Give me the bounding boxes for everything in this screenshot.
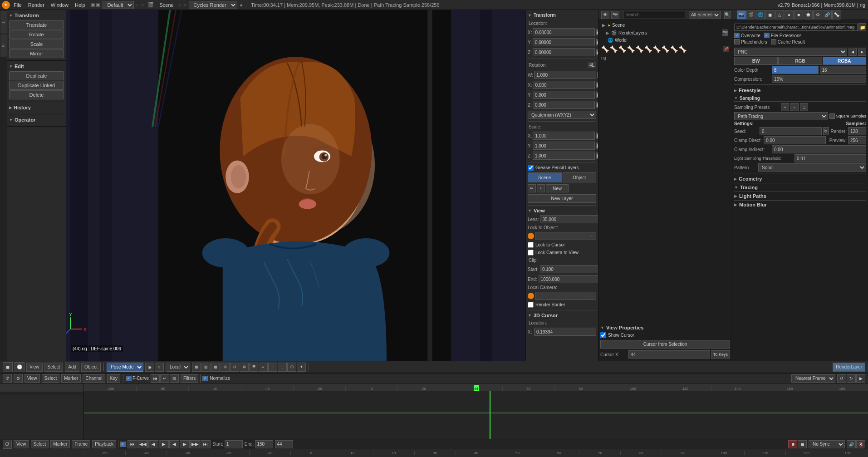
format-next-icon[interactable]: ▶ [858,48,866,56]
grease-pencil-tool1[interactable]: ✏ [528,184,536,192]
geometry-section[interactable]: ▶ Geometry [734,175,866,183]
play-btn[interactable]: ▶ [159,440,169,448]
playback-icon1[interactable]: ↺ [837,374,846,383]
clamp-direct-input[interactable] [764,136,826,144]
scale-y-input[interactable] [533,142,595,150]
tl-icon1[interactable]: ⏮ [151,374,160,383]
lock-cursor-checkbox[interactable] [528,242,534,248]
output-path-input[interactable] [734,24,858,31]
square-samples-checkbox[interactable] [829,113,835,119]
render-material-icon[interactable]: ● [785,10,794,20]
renderlayers-camera-icon[interactable]: 📷 [722,29,728,36]
local-icon[interactable]: ○ [155,363,164,372]
pb-select-btn[interactable]: Select [31,440,49,448]
nearest-frame-select[interactable]: Nearest Frame [791,374,835,383]
playback-icon2[interactable]: ↻ [847,374,856,383]
viewport-view-btn[interactable]: View [26,363,43,372]
timeline-icon2[interactable]: ⚙ [14,374,23,383]
tl-channel-btn[interactable]: Channel [83,374,105,383]
engine-selector[interactable]: Cycles Render [189,1,237,9]
cache-checkbox[interactable] [771,39,776,44]
format-select[interactable]: PNG [734,48,847,56]
lens-input[interactable] [540,215,598,223]
viewport-icon2[interactable]: 🕐 [15,362,25,372]
scene-filter-select[interactable]: All Scenes [689,11,721,19]
filters-btn[interactable]: Filters [181,374,198,383]
render-mesh-icon[interactable]: △ [775,10,784,20]
grease-scene-btn[interactable]: Scene [528,172,562,182]
tl-select-btn[interactable]: Select [42,374,60,383]
record-btn[interactable]: ⏺ [788,440,797,448]
tl-icon3[interactable]: ⊞ [170,374,179,383]
rgb-btn[interactable]: RGB [778,57,822,65]
format-prev-icon[interactable]: ◀ [848,48,857,56]
to-keys-btn[interactable]: To Keys [711,350,730,359]
scene-item-scene[interactable]: ▶ ● Scene [600,22,730,29]
scale-btn[interactable]: Scale [9,39,64,49]
next-frame-btn[interactable]: ▶ [180,440,190,448]
scene-view-icon[interactable]: 👁 [601,11,609,19]
placeholders-checkbox[interactable] [734,39,740,44]
end-frame-input[interactable] [255,440,273,448]
mirror-btn[interactable]: Mirror [9,49,64,58]
scene-search-icon[interactable]: 🔍 [724,11,731,19]
cursor-from-selection-btn[interactable]: Cursor from Selection [600,340,730,349]
fcurve-checkbox[interactable] [126,376,132,381]
vi-icon4[interactable]: ⊞ [221,363,230,372]
seed-random-icon[interactable]: ↻ [823,127,829,135]
prev-frame-btn[interactable]: ◀ [148,440,158,448]
play-reverse-btn[interactable]: ◀ [169,440,179,448]
render-world-icon[interactable]: 🌐 [756,10,765,20]
next-keyframe-btn[interactable]: ▶▶ [190,440,200,448]
compression-value[interactable]: 15% [772,75,866,83]
rotate-btn[interactable]: Rotate [9,30,64,39]
pb-playback-btn[interactable]: Playback [92,440,116,448]
clip-end-input[interactable] [539,275,598,283]
menu-window[interactable]: Window [48,1,71,9]
grease-new-btn[interactable]: New [546,184,569,192]
render-texture-icon[interactable]: ■ [794,10,803,20]
rot-z-input[interactable] [533,101,595,109]
vi-icon7[interactable]: ☰ [249,363,258,372]
sampling-options-icon[interactable]: ☰ [800,103,808,111]
current-frame-input[interactable] [275,440,293,448]
menu-render[interactable]: Render [25,1,47,9]
vi-icon5[interactable]: ⊟ [230,363,239,372]
scale-x-input[interactable] [533,132,595,140]
new-layer-btn[interactable]: New Layer [528,194,596,203]
delete-btn[interactable]: Delete [9,90,64,99]
loc-x-input[interactable] [533,28,595,36]
playback-icon3[interactable]: ▶ [856,374,865,383]
vi-icon10[interactable]: ⋮ [278,363,287,372]
tl-view-btn[interactable]: View [25,374,40,383]
duplicate-linked-btn[interactable]: Duplicate Linked [9,81,64,90]
marker-btn[interactable]: ◼ [798,440,807,448]
freestyle-section[interactable]: ▶ Freestyle [734,86,866,94]
show-cursor-checkbox[interactable] [600,332,606,338]
path-tracing-select[interactable]: Path Tracing [734,112,828,120]
vi-icon2[interactable]: ▨ [201,363,211,372]
preview-samples-input[interactable] [848,136,866,144]
vi-icon6[interactable]: ⊠ [240,363,249,372]
color-depth-16-btn[interactable]: 16 [820,66,867,74]
render-border-checkbox[interactable] [528,302,534,308]
pin-icon[interactable]: 📌 [723,46,729,52]
render-object-data-icon[interactable]: 🦴 [832,10,841,20]
tl-marker-btn[interactable]: Marker [61,374,81,383]
jump-end-btn[interactable]: ⏭ [201,440,211,448]
viewport-area[interactable]: X Y Z (44) rig : DEF-spine.006 [66,10,525,361]
render-scene-icon[interactable]: 🎬 [746,10,755,20]
properties-icon[interactable]: N [0,34,7,57]
loc-z-input[interactable] [533,48,595,56]
playback-type-icon[interactable]: ⏱ [3,440,12,449]
viewport-add-btn[interactable]: Add [65,363,79,372]
rot-w-input[interactable] [534,71,596,79]
pattern-select[interactable]: Sobol [758,163,866,172]
viewport-canvas[interactable]: X Y Z (44) rig : DEF-spine.006 [66,10,525,361]
render-samples-input[interactable] [848,127,866,135]
vi-icon1[interactable]: ▦ [192,363,201,372]
tools-icon[interactable]: T [0,11,7,34]
translate-btn[interactable]: Translate [9,20,64,29]
normalize-checkbox[interactable] [202,376,208,381]
viewport-icon1[interactable]: ◼ [3,362,13,372]
